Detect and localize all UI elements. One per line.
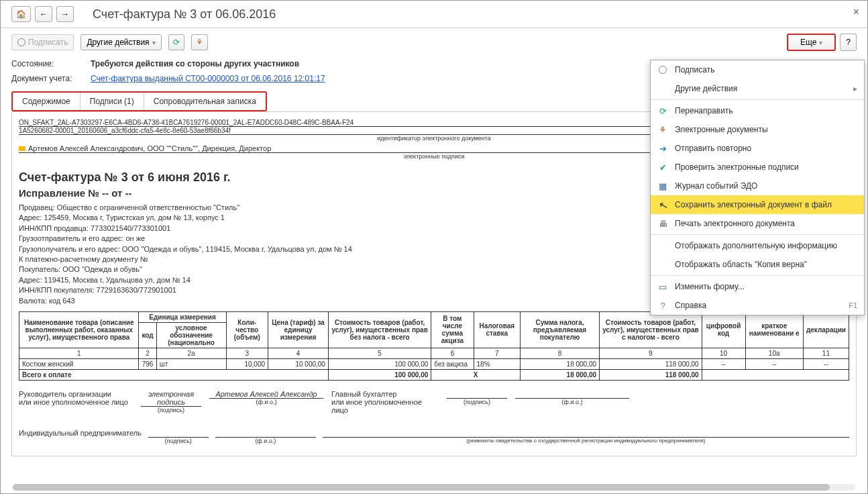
tree-icon: ⚘ — [196, 38, 203, 47]
scrollbar-thumb[interactable] — [13, 484, 830, 491]
sig-name: Артемов Алексей Александр — [209, 390, 323, 399]
journal-icon: ▦ — [657, 181, 668, 191]
col-numbers-row: 1 2 2а 3 4 5 6 7 8 9 10 10а 11 — [19, 348, 849, 358]
menu-show-info[interactable]: Отображать дополнительную информацию — [651, 236, 864, 255]
sig-fio-lbl: (ф.и.о.) — [209, 399, 323, 405]
home-icon: 🏠 — [16, 9, 26, 19]
sig-fio-lbl2: (ф.и.о.) — [515, 399, 629, 405]
menu-sign[interactable]: Подписать — [651, 60, 864, 79]
sig-acc-sign — [447, 390, 507, 399]
menu-edocs[interactable]: ⚘Электронные документы — [651, 120, 864, 139]
toolbar: Подписать Другие действия ▾ ⟳ ⚘ Еще ▾ ? — [1, 28, 867, 56]
chevron-down-icon: ▾ — [819, 39, 822, 46]
state-label: Состояние: — [11, 59, 78, 68]
close-button[interactable]: × — [853, 6, 859, 18]
th-unitname: условное обозначение (национально — [156, 322, 226, 348]
header: 🏠 ← → Счет-фактура № 3 от 06.06.2016 × — [1, 1, 867, 28]
invoice-table: Наименование товара (описание выполненны… — [19, 311, 849, 381]
sign-button: Подписать — [11, 34, 74, 50]
sign-icon — [17, 38, 25, 46]
sig-acc: Главный бухгалтер — [331, 390, 439, 398]
menu-save-file[interactable]: ↖ Сохранить электронный документ в файл — [651, 195, 864, 214]
tab-note[interactable]: Сопроводительная записка — [144, 93, 266, 110]
redirect-icon: ⟳ — [657, 105, 668, 116]
sig-acc-name — [515, 390, 629, 399]
other-actions-button[interactable]: Другие действия ▾ — [80, 34, 161, 50]
th-rate: Налоговая ставка — [474, 311, 520, 348]
th-name: Наименование товара (описание выполненны… — [19, 311, 139, 348]
menu-print[interactable]: 🖶Печать электронного документа — [651, 214, 864, 233]
sig-head: Руководитель организации — [19, 390, 133, 398]
sig-esign: электронная подпись — [141, 390, 201, 407]
help-icon: ? — [657, 300, 668, 311]
back-button[interactable]: ← — [35, 6, 52, 22]
more-button[interactable]: Еще ▾ — [787, 34, 836, 51]
docref-label: Документ учета: — [11, 74, 78, 83]
signature-block: Руководитель организации или иное уполно… — [19, 390, 849, 414]
forward-button[interactable]: → — [56, 6, 74, 22]
th-dc: цифровой код — [702, 311, 745, 348]
menu-journal[interactable]: ▦Журнал событий ЭДО — [651, 177, 864, 195]
th-qty: Коли- чество (объем) — [226, 311, 268, 348]
total-row: Всего к оплате 100 000,00 X 18 000,00 11… — [19, 369, 849, 380]
app-window: 🏠 ← → Счет-фактура № 3 от 06.06.2016 × П… — [0, 0, 868, 494]
th-excise: В том числе сумма акциза — [431, 311, 474, 348]
check-icon: ✔ — [657, 162, 668, 172]
menu-resend[interactable]: ➜Отправить повторно — [651, 139, 864, 158]
sign-label: Подписать — [28, 38, 68, 47]
tab-content[interactable]: Содержимое — [13, 93, 80, 110]
sig-sign-lbl: (подпись) — [141, 407, 201, 413]
menu-show-copy[interactable]: Отображать область "Копия верна" — [651, 255, 864, 274]
page-title: Счет-фактура № 3 от 06.06.2016 — [93, 7, 276, 21]
th-cost: Стоимость товаров (работ, услуг), имущес… — [328, 311, 431, 348]
arrow-right-icon: → — [61, 9, 69, 19]
key-icon — [19, 146, 25, 151]
other-actions-label: Другие действия — [87, 38, 149, 47]
help-button[interactable]: ? — [840, 34, 857, 51]
sign-icon — [657, 64, 668, 75]
menu-help[interactable]: ?СправкаF1 — [651, 296, 864, 315]
sig-sign-lbl2: (подпись) — [447, 399, 507, 405]
sig-or-auth2: или иное уполномоченное лицо — [331, 398, 439, 414]
home-button[interactable]: 🏠 — [11, 6, 31, 22]
tree-icon: ⚘ — [657, 124, 668, 135]
th-decl: декларации — [803, 311, 849, 348]
ip-block: Индивидуальный предприниматель (подпись)… — [19, 429, 849, 444]
menu-redirect[interactable]: ⟳Перенаправить — [651, 101, 864, 120]
th-total: Стоимость товаров (работ, услуг), имущес… — [600, 311, 702, 348]
menu-change-form[interactable]: ▭Изменить форму... — [651, 277, 864, 296]
tab-signatures[interactable]: Подписи (1) — [80, 93, 144, 110]
refresh-button[interactable]: ⟳ — [168, 34, 184, 50]
more-label: Еще — [800, 38, 816, 47]
docref-link[interactable]: Счет-фактура выданный СТ00-0000003 от 06… — [91, 74, 325, 83]
sig-or-auth: или иное уполномоченное лицо — [19, 398, 133, 406]
form-icon: ▭ — [657, 281, 668, 292]
menu-check-sign[interactable]: ✔Проверить электронные подписи — [651, 158, 864, 177]
state-value: Требуются действия со стороны других уча… — [91, 59, 299, 68]
th-unit: Единица измерения — [139, 311, 226, 322]
th-code: код — [139, 322, 156, 348]
edoc-signer-text: Артемов Алексей Александрович, ООО ""Сти… — [28, 144, 271, 152]
horizontal-scrollbar[interactable] — [13, 484, 855, 491]
ip-note: (реквизиты свидетельства о государственн… — [323, 438, 849, 444]
arrow-right-icon: ➜ — [657, 143, 668, 154]
refresh-icon: ⟳ — [173, 38, 180, 47]
tabs: Содержимое Подписи (1) Сопроводительная … — [11, 91, 267, 111]
chevron-right-icon: ▸ — [853, 84, 857, 93]
printer-icon: 🖶 — [657, 218, 668, 229]
menu-other-actions[interactable]: Другие действия▸ — [651, 79, 864, 98]
more-menu: Подписать Другие действия▸ ⟳Перенаправит… — [650, 60, 865, 315]
help-shortcut: F1 — [849, 301, 857, 309]
th-taxsum: Сумма налога, предъявляемая покупателю — [520, 311, 599, 348]
chevron-down-icon: ▾ — [152, 39, 156, 46]
arrow-left-icon: ← — [40, 9, 48, 19]
th-price: Цена (тариф) за единицу измерения — [268, 311, 329, 348]
edoc-tree-button[interactable]: ⚘ — [191, 34, 208, 50]
ip-label: Индивидуальный предприниматель — [19, 429, 142, 444]
table-row: Костюм женский 796 шт 10,000 10 000,00 1… — [19, 358, 849, 369]
th-sn: краткое наименовани е — [745, 311, 803, 348]
